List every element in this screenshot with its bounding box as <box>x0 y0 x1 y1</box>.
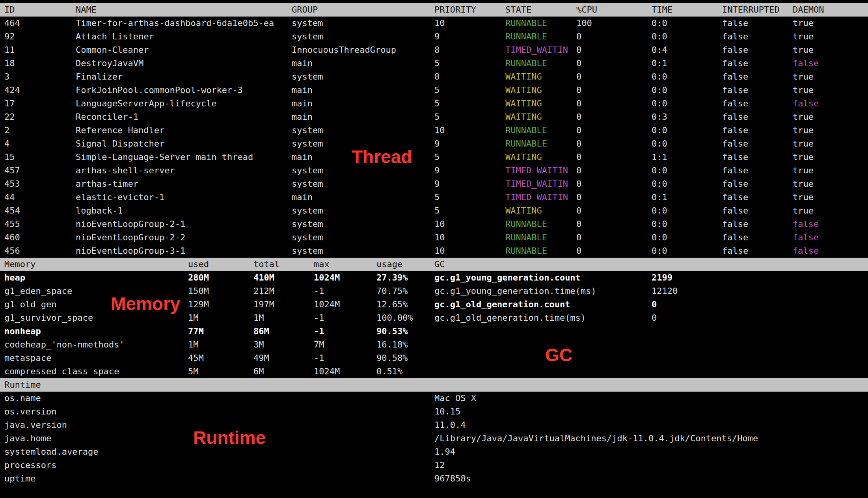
thread-time: 0:0 <box>652 244 722 258</box>
memory-row: metaspace 45M 49M -1 90.58% <box>0 351 868 365</box>
thread-state: RUNNABLE <box>505 244 576 258</box>
memory-row: nonheap 77M 86M -1 90.53% <box>0 325 868 338</box>
memory-max: -1 <box>314 284 376 298</box>
col-header-time: TIME <box>652 3 722 17</box>
thread-cpu: 0 <box>576 57 652 70</box>
thread-group: main <box>292 191 434 204</box>
memory-pool-name: heap <box>4 271 188 284</box>
thread-row: 22 Reconciler-1 main 5 WAITING 0 0:3 fal… <box>0 110 868 124</box>
memory-total: 212M <box>253 284 314 298</box>
thread-cpu: 0 <box>576 124 652 137</box>
col-header-used: used <box>188 258 253 271</box>
memory-pool-name: nonheap <box>4 325 188 338</box>
thread-state: TIMED_WAITIN <box>505 164 576 177</box>
memory-pool-name: metaspace <box>4 351 188 365</box>
thread-state: WAITING <box>505 70 576 84</box>
thread-time: 0:3 <box>652 110 722 124</box>
thread-cpu: 100 <box>576 17 652 30</box>
thread-daemon: false <box>793 57 868 70</box>
memory-used: 45M <box>188 351 253 365</box>
thread-time: 0:0 <box>652 177 722 191</box>
memory-max: -1 <box>314 325 376 338</box>
memory-total: 3M <box>253 338 314 351</box>
thread-daemon: true <box>793 124 868 137</box>
thread-name: Reconciler-1 <box>76 110 292 124</box>
col-header-usage: usage <box>376 258 434 271</box>
gc-row: gc.g1_old_generation.count 0 <box>434 298 868 311</box>
thread-row: 11 Common-Cleaner InnocuousThreadGroup 8… <box>0 43 868 57</box>
thread-id: 18 <box>4 57 76 70</box>
thread-priority: 10 <box>434 244 505 258</box>
gc-metric-value: 0 <box>652 311 868 325</box>
runtime-row: os.version 10.15 <box>0 405 868 418</box>
thread-daemon: true <box>793 30 868 43</box>
gc-metric-name: gc.g1_old_generation.time(ms) <box>434 311 652 325</box>
annotation-memory: Memory <box>111 295 180 313</box>
thread-daemon: false <box>793 244 868 258</box>
runtime-value: 10.15 <box>434 405 868 418</box>
thread-row: 17 LanguageServerApp-lifecycle main 5 WA… <box>0 97 868 110</box>
memory-row: codeheap_'non-nmethods' 1M 3M 7M 16.18% <box>0 338 868 351</box>
thread-interrupted: false <box>722 17 793 30</box>
memory-usage: 12.65% <box>376 298 434 311</box>
thread-priority: 8 <box>434 43 505 57</box>
thread-cpu: 0 <box>576 217 652 231</box>
thread-name: Signal Dispatcher <box>76 137 292 151</box>
memory-max: 1024M <box>314 298 376 311</box>
thread-time: 0:0 <box>652 231 722 244</box>
memory-used: 5M <box>188 365 253 378</box>
thread-state: WAITING <box>505 204 576 217</box>
thread-name: arthas-shell-server <box>76 164 292 177</box>
thread-group: InnocuousThreadGroup <box>292 43 434 57</box>
thread-daemon: true <box>793 204 868 217</box>
thread-priority: 5 <box>434 57 505 70</box>
thread-daemon: true <box>793 17 868 30</box>
memory-used: 1M <box>188 311 253 325</box>
runtime-key: os.version <box>4 405 434 418</box>
thread-time: 0:0 <box>652 217 722 231</box>
thread-cpu: 0 <box>576 84 652 97</box>
col-header-memory: Memory <box>4 258 188 271</box>
thread-cpu: 0 <box>576 231 652 244</box>
gc-metric-value: 2199 <box>652 271 868 284</box>
thread-row: 457 arthas-shell-server system 9 TIMED_W… <box>0 164 868 177</box>
thread-cpu: 0 <box>576 204 652 217</box>
memory-table-header: Memory used total max usage GC <box>0 258 868 271</box>
memory-usage: 16.18% <box>376 338 434 351</box>
thread-name: logback-1 <box>76 204 292 217</box>
thread-name: Attach Listener <box>76 30 292 43</box>
thread-group: system <box>292 204 434 217</box>
thread-priority: 9 <box>434 137 505 151</box>
thread-interrupted: false <box>722 244 793 258</box>
thread-id: 2 <box>4 124 76 137</box>
runtime-row: uptime 967858s <box>0 472 868 485</box>
thread-interrupted: false <box>722 70 793 84</box>
thread-cpu: 0 <box>576 137 652 151</box>
runtime-key: uptime <box>4 472 434 485</box>
thread-name: Timer-for-arthas-dashboard-6da1e0b5-ea <box>76 17 292 30</box>
thread-row: 456 nioEventLoopGroup-3-1 system 10 RUNN… <box>0 244 868 258</box>
thread-group: main <box>292 97 434 110</box>
thread-daemon: true <box>793 137 868 151</box>
memory-usage: 0.51% <box>376 365 434 378</box>
thread-interrupted: false <box>722 231 793 244</box>
col-header-cpu: %CPU <box>576 3 652 17</box>
thread-row: 15 Simple-Language-Server main thread ma… <box>0 151 868 164</box>
thread-time: 0:0 <box>652 70 722 84</box>
memory-max: -1 <box>314 351 376 365</box>
runtime-key: processors <box>4 459 434 472</box>
memory-used: 280M <box>188 271 253 284</box>
thread-interrupted: false <box>722 124 793 137</box>
thread-id: 11 <box>4 43 76 57</box>
thread-time: 0:0 <box>652 17 722 30</box>
thread-time: 0:0 <box>652 137 722 151</box>
runtime-row: java.home /Library/Java/JavaVirtualMachi… <box>0 432 868 445</box>
col-header-group: GROUP <box>292 3 434 17</box>
thread-id: 44 <box>4 191 76 204</box>
thread-table-header: ID NAME GROUP PRIORITY STATE %CPU TIME I… <box>0 3 868 17</box>
memory-total: 6M <box>253 365 314 378</box>
thread-interrupted: false <box>722 217 793 231</box>
thread-name: arthas-timer <box>76 177 292 191</box>
memory-row: compressed_class_space 5M 6M 1024M 0.51% <box>0 365 868 378</box>
thread-row: 4 Signal Dispatcher system 9 RUNNABLE 0 … <box>0 137 868 151</box>
